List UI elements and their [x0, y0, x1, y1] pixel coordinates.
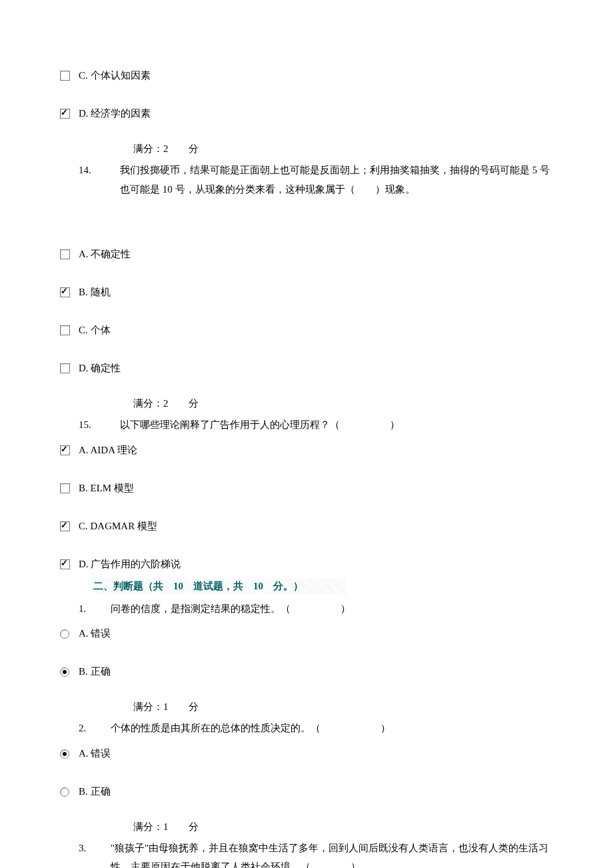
option-letter: C. — [79, 325, 88, 335]
question-number: 3. — [79, 839, 111, 869]
option-letter: B. — [79, 666, 88, 677]
checkbox-icon[interactable] — [60, 287, 70, 297]
q14-question: 14. 我们投掷硬币，结果可能是正面朝上也可能是反面朝上；利用抽奖箱抽奖，抽得的… — [79, 161, 553, 199]
question-text: 以下哪些理论阐释了广告作用于人的心理历程？（ ） — [120, 415, 553, 435]
option-letter: D. — [79, 559, 89, 569]
checkbox-icon[interactable] — [60, 363, 70, 373]
option-label: 广告作用的六阶梯说 — [91, 559, 181, 569]
j2-option-b: B. 正确 — [60, 783, 553, 801]
option-letter: B. — [79, 786, 88, 797]
option-letter: B. — [79, 483, 88, 493]
question-number: 2. — [79, 719, 111, 738]
option-letter: C. — [79, 521, 88, 531]
question-number: 15. — [79, 415, 120, 435]
checkbox-icon[interactable] — [60, 559, 70, 569]
question-text: 个体的性质是由其所在的总体的性质决定的。（ ） — [111, 719, 553, 738]
option-label: 个体 — [91, 325, 111, 335]
radio-icon[interactable] — [60, 787, 69, 797]
option-label: 正确 — [91, 786, 111, 797]
q14-option-a: A. 不确定性 — [60, 245, 553, 263]
checkbox-icon[interactable] — [60, 109, 70, 119]
option-letter: C. — [79, 70, 88, 81]
checkbox-icon[interactable] — [60, 483, 70, 493]
option-label: 正确 — [91, 666, 111, 677]
question-text: 问卷的信度，是指测定结果的稳定性。（ ） — [111, 599, 553, 619]
question-text: 我们投掷硬币，结果可能是正面朝上也可能是反面朝上；利用抽奖箱抽奖，抽得的号码可能… — [120, 161, 553, 199]
radio-icon[interactable] — [60, 749, 69, 759]
option-label: 错误 — [91, 748, 111, 759]
q14-option-c: C. 个体 — [60, 321, 553, 339]
option-label: 错误 — [91, 628, 111, 639]
checkbox-icon[interactable] — [60, 249, 70, 259]
j1-score: 满分：1 分 — [133, 701, 553, 713]
q13-option-c: C. 个体认知因素 — [60, 67, 553, 85]
question-number: 14. — [79, 161, 120, 199]
option-label: 经济学的因素 — [91, 108, 151, 119]
option-label: 个体认知因素 — [91, 70, 151, 81]
j1-option-b: B. 正确 — [60, 663, 553, 681]
checkbox-icon[interactable] — [60, 325, 70, 335]
q15-option-c: C. DAGMAR 模型 — [60, 517, 553, 535]
option-label: AIDA 理论 — [91, 445, 137, 455]
option-letter: D. — [79, 108, 89, 119]
checkbox-icon[interactable] — [60, 445, 70, 455]
q15-option-a: A. AIDA 理论 — [60, 441, 553, 459]
radio-icon[interactable] — [60, 667, 69, 677]
option-letter: A. — [79, 748, 89, 759]
radio-icon[interactable] — [60, 629, 69, 639]
checkbox-icon[interactable] — [60, 71, 70, 81]
option-letter: D. — [79, 363, 89, 373]
j1-option-a: A. 错误 — [60, 625, 553, 643]
q13-score: 满分：2 分 — [133, 143, 553, 155]
j2-option-a: A. 错误 — [60, 745, 553, 763]
section2-header: 二、判断题（共 10 道试题，共 10 分。） — [93, 579, 346, 594]
q14-score: 满分：2 分 — [133, 397, 553, 410]
option-label: 不确定性 — [91, 249, 131, 259]
option-label: ELM 模型 — [91, 483, 134, 493]
q14-option-b: B. 随机 — [60, 283, 553, 301]
option-label: 确定性 — [91, 363, 121, 373]
option-letter: A. — [79, 628, 89, 639]
q14-option-d: D. 确定性 — [60, 359, 553, 377]
option-letter: B. — [79, 287, 88, 297]
q15-option-b: B. ELM 模型 — [60, 479, 553, 497]
q15-option-d: D. 广告作用的六阶梯说 — [60, 555, 553, 573]
option-label: DAGMAR 模型 — [91, 521, 157, 531]
q15-question: 15. 以下哪些理论阐释了广告作用于人的心理历程？（ ） — [79, 415, 553, 435]
j3-question: 3. "狼孩子"由母狼抚养，并且在狼窝中生活了多年，回到人间后既没有人类语言，也… — [79, 839, 553, 869]
q13-option-d: D. 经济学的因素 — [60, 105, 553, 123]
j2-score: 满分：1 分 — [133, 821, 553, 833]
j2-question: 2. 个体的性质是由其所在的总体的性质决定的。（ ） — [79, 719, 553, 738]
j1-question: 1. 问卷的信度，是指测定结果的稳定性。（ ） — [79, 599, 553, 619]
option-label: 随机 — [91, 287, 111, 297]
option-letter: A. — [79, 445, 89, 455]
question-text: "狼孩子"由母狼抚养，并且在狼窝中生活了多年，回到人间后既没有人类语言，也没有人… — [111, 839, 553, 869]
checkbox-icon[interactable] — [60, 521, 70, 531]
question-number: 1. — [79, 599, 111, 619]
option-letter: A. — [79, 249, 89, 259]
